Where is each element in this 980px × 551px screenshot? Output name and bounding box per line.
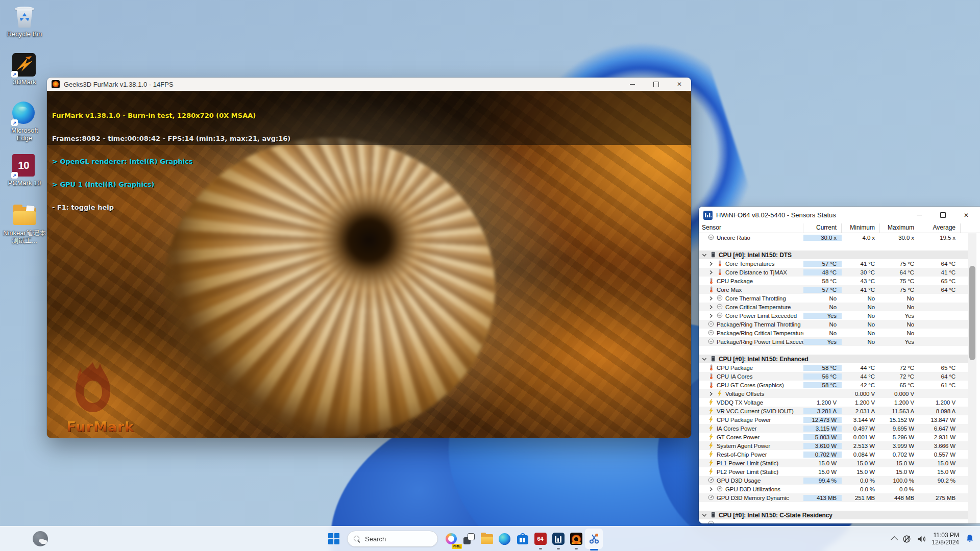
vertical-scrollbar[interactable] xyxy=(968,233,976,523)
volume-control[interactable] xyxy=(917,535,926,543)
sensor-row[interactable]: Package/Ring Power Limit ExceededYesNoYe… xyxy=(699,337,968,346)
maximum-value: 72 °C xyxy=(880,365,919,371)
sensor-label: GPU D3D Utilizations xyxy=(725,486,780,492)
sensor-row[interactable]: Core Max57 °C41 °C75 °C64 °C xyxy=(699,285,968,294)
taskbar-snipping-tool[interactable] xyxy=(585,529,603,549)
column-header-minimum[interactable]: Minimum xyxy=(842,223,880,233)
sensor-table-header[interactable]: Sensor Current Minimum Maximum Average xyxy=(699,223,980,233)
desktop-icon-recycle-bin[interactable]: Recycle Bin xyxy=(0,5,49,38)
average-value: 13.847 W xyxy=(919,417,961,423)
maximum-value: No xyxy=(880,304,919,310)
sensor-row[interactable]: Core Critical TemperatureNoNoNo xyxy=(699,303,968,311)
desktop-icon-pcmark[interactable]: 10 ↗ PCMark 10 xyxy=(0,154,49,187)
taskbar-hwinfo-sensors[interactable] xyxy=(549,527,567,551)
tray-overflow-chevron[interactable] xyxy=(892,535,897,542)
taskbar-copilot[interactable]: PRE xyxy=(442,527,460,551)
start-button[interactable] xyxy=(325,527,343,551)
thermometer-icon xyxy=(717,269,723,276)
chevron-right-icon[interactable] xyxy=(708,304,714,310)
sensor-row[interactable] xyxy=(699,519,968,523)
sensor-name-cell: Core Critical Temperature xyxy=(699,304,803,310)
sensor-section-header[interactable]: CPU [#0]: Intel N150: DTS xyxy=(699,251,968,259)
column-header-average[interactable]: Average xyxy=(919,223,961,233)
desktop-icon-ninkear-folder[interactable]: Ninkear笔记本测试工... xyxy=(0,204,49,244)
sensor-row[interactable]: CPU Package58 °C43 °C75 °C65 °C xyxy=(699,277,968,285)
sensor-row[interactable]: PL1 Power Limit (Static)15.0 W15.0 W15.0… xyxy=(699,459,968,467)
sensor-row[interactable]: GPU D3D Usage99.4 %0.0 %100.0 %90.2 % xyxy=(699,476,968,485)
running-indicator xyxy=(539,548,542,549)
sensor-row[interactable]: CPU GT Cores (Graphics)58 °C42 °C65 °C61… xyxy=(699,381,968,389)
chevron-down-icon[interactable] xyxy=(701,356,707,362)
maximum-value: 72 °C xyxy=(880,373,919,380)
sensor-row[interactable]: Core Power Limit ExceededYesNoYes xyxy=(699,311,968,320)
taskbar-edge[interactable] xyxy=(496,527,513,551)
chevron-right-icon[interactable] xyxy=(708,313,714,319)
sensor-row[interactable]: GPU D3D Memory Dynamic413 MB251 MB448 MB… xyxy=(699,493,968,502)
minimum-value: 0.000 V xyxy=(842,391,880,397)
clock-icon xyxy=(708,330,715,336)
sensor-row[interactable]: VDDQ TX Voltage1.200 V1.200 V1.200 V1.20… xyxy=(699,398,968,407)
sensor-row[interactable]: System Agent Power3.610 W2.513 W3.999 W3… xyxy=(699,441,968,450)
clock[interactable]: 11:03 PM 12/8/2024 xyxy=(932,532,959,546)
taskbar-task-view[interactable] xyxy=(460,527,478,551)
sensor-row[interactable]: GPU D3D Utilizations0.0 %0.0 % xyxy=(699,485,968,493)
desktop-icon-3dmark[interactable]: ↗ 3DMark xyxy=(0,53,49,86)
chevron-right-icon[interactable] xyxy=(708,261,714,267)
sensor-row[interactable]: CPU Package58 °C44 °C72 °C65 °C xyxy=(699,363,968,372)
furmark-titlebar[interactable]: Geeks3D FurMark v1.38.1.0 - 14FPS ✕ xyxy=(47,78,691,91)
chevron-right-icon[interactable] xyxy=(708,295,714,302)
sensor-row[interactable]: CPU IA Cores56 °C44 °C72 °C64 °C xyxy=(699,372,968,381)
chevron-right-icon[interactable] xyxy=(708,269,714,276)
sensor-name-cell: System Agent Power xyxy=(699,442,803,449)
sensor-row[interactable]: Core Temperatures57 °C41 °C75 °C64 °C xyxy=(699,259,968,268)
chevron-right-icon[interactable] xyxy=(708,486,714,492)
desktop-icon-label: Recycle Bin xyxy=(7,30,42,38)
sensor-row[interactable]: Uncore Ratio30.0 x4.0 x30.0 x19.5 x xyxy=(699,233,968,242)
furmark-app-icon xyxy=(52,80,60,88)
maximize-button[interactable] xyxy=(931,207,954,223)
sensor-row[interactable]: CPU Package Power12.473 W3.144 W15.152 W… xyxy=(699,415,968,424)
network-status[interactable] xyxy=(902,535,911,543)
sensor-row[interactable]: Package/Ring Critical TemperatureNoNoNo xyxy=(699,329,968,337)
sensor-row[interactable]: GT Cores Power5.003 W0.001 W5.296 W2.931… xyxy=(699,433,968,441)
average-value: 15.0 W xyxy=(919,460,961,466)
chip-icon xyxy=(710,512,717,518)
chevron-right-icon[interactable] xyxy=(708,391,714,397)
taskbar-file-explorer[interactable] xyxy=(478,527,496,551)
taskbar-hwinfo64[interactable]: 64 xyxy=(531,527,549,551)
hwinfo-titlebar[interactable]: HWiNFO64 v8.02-5440 - Sensors Status ✕ xyxy=(699,207,980,223)
sensor-row[interactable]: Core Thermal ThrottlingNoNoNo xyxy=(699,294,968,303)
scrollbar-thumb[interactable] xyxy=(969,266,975,360)
sensor-name-cell: CPU IA Cores xyxy=(699,373,803,380)
close-button[interactable]: ✕ xyxy=(668,78,691,91)
maximize-button[interactable] xyxy=(644,78,668,91)
minimize-button[interactable] xyxy=(908,207,931,223)
sensor-section-header[interactable]: CPU [#0]: Intel N150: Enhanced xyxy=(699,355,968,363)
widgets-weather-icon[interactable] xyxy=(33,531,48,546)
chevron-down-icon[interactable] xyxy=(701,512,707,518)
sensor-section-header[interactable]: CPU [#0]: Intel N150: C-State Residency xyxy=(699,511,968,519)
column-header-current[interactable]: Current xyxy=(803,223,842,233)
sensor-row[interactable]: VR VCC Current (SVID IOUT)3.281 A2.031 A… xyxy=(699,407,968,415)
current-value: 57 °C xyxy=(803,287,842,293)
column-header-sensor[interactable]: Sensor xyxy=(699,223,803,233)
minimize-button[interactable] xyxy=(621,78,644,91)
desktop-icon-edge[interactable]: ↗ Microsoft Edge xyxy=(0,102,49,142)
average-value: 15.0 W xyxy=(919,469,961,475)
sensor-row[interactable]: Voltage Offsets0.000 V0.000 V xyxy=(699,389,968,398)
column-header-maximum[interactable]: Maximum xyxy=(880,223,919,233)
taskbar-furmark[interactable] xyxy=(567,527,585,551)
maximum-value: 1.200 V xyxy=(880,399,919,406)
sensor-row[interactable]: IA Cores Power3.115 W0.497 W9.695 W6.647… xyxy=(699,424,968,433)
sensor-row[interactable]: PL2 Power Limit (Static)15.0 W15.0 W15.0… xyxy=(699,467,968,476)
taskbar-microsoft-store[interactable] xyxy=(513,527,531,551)
notification-center[interactable] xyxy=(965,534,975,544)
sensor-row[interactable]: Core Distance to TjMAX48 °C30 °C64 °C41 … xyxy=(699,268,968,277)
sensor-row[interactable]: Package/Ring Thermal ThrottlingNoNoNo xyxy=(699,320,968,329)
chevron-down-icon[interactable] xyxy=(701,252,707,258)
close-button[interactable]: ✕ xyxy=(954,207,978,223)
minimum-value: No xyxy=(842,330,880,336)
sensor-row[interactable]: Rest-of-Chip Power0.702 W0.084 W0.702 W0… xyxy=(699,450,968,459)
active-indicator xyxy=(590,549,598,550)
search-box[interactable]: Search xyxy=(347,531,438,547)
